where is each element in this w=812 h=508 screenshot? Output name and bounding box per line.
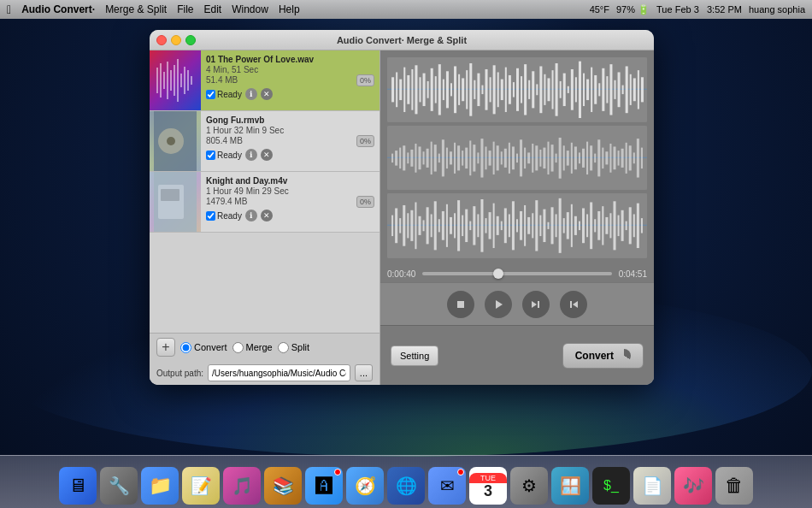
setting-button[interactable]: Setting [391,346,438,366]
svg-rect-26 [415,65,417,114]
dock-windows[interactable]: 🪟 [551,467,589,505]
file-ready-check-2[interactable] [206,151,215,160]
timeline-thumb[interactable] [493,269,503,279]
svg-rect-36 [454,66,456,113]
menubar-user: huang sophia [749,4,805,15]
title-bar: Audio Convert· Merge & Split [150,30,654,50]
dock-appstore[interactable]: 🅰 [305,467,343,505]
file-info-btn-2[interactable]: ℹ [245,149,257,161]
menubar-right: 45°F 97% 🔋 Tue Feb 3 3:52 PM huang sophi… [590,4,805,15]
menu-help[interactable]: Help [279,3,300,15]
svg-rect-51 [513,82,515,97]
timeline-slider[interactable] [422,272,611,275]
dock-docs[interactable]: 📄 [633,467,671,505]
radio-split-input[interactable] [278,342,289,353]
svg-rect-158 [407,214,409,239]
file-remove-btn-2[interactable]: ✕ [261,149,273,161]
dock-trash[interactable]: 🗑 [715,467,753,505]
dock-itunes[interactable]: 🎵 [223,467,261,505]
add-file-button[interactable]: + [156,338,175,357]
dock: 🖥 🔧 📁 📝 🎵 📚 🅰 🧭 � [0,455,812,508]
radio-merge-input[interactable] [232,342,244,353]
file-info-btn-1[interactable]: ℹ [245,88,257,100]
waveform-track-1 [387,57,647,122]
svg-rect-179 [489,212,491,239]
browse-button[interactable]: ... [355,364,373,381]
file-ready-checkbox-3[interactable]: Ready [206,211,242,221]
svg-rect-35 [450,83,452,96]
svg-rect-93 [415,144,416,173]
svg-rect-9 [184,67,185,94]
svg-rect-129 [556,153,557,162]
file-ready-checkbox-1[interactable]: Ready [206,90,242,99]
svg-rect-198 [563,218,565,233]
dock-music[interactable]: 🎶 [674,467,712,505]
dock-files[interactable]: 📁 [141,467,179,505]
file-item-1[interactable]: 01 The Power Of Love.wav 4 Min, 51 Sec 5… [150,50,380,111]
file-info-btn-3[interactable]: ℹ [245,210,257,222]
dock-terminal[interactable]: $_ [592,467,630,505]
svg-rect-44 [485,69,488,110]
file-ready-check-3[interactable] [206,211,215,221]
svg-rect-219 [457,301,464,308]
svg-rect-106 [465,147,468,168]
convert-button[interactable]: Convert [562,343,644,369]
rewind-button[interactable] [560,291,587,318]
dock-textedit[interactable]: 📝 [182,467,220,505]
dock-sysprefs[interactable]: ⚙ [510,467,548,505]
svg-rect-5 [170,70,172,91]
svg-rect-171 [457,200,460,251]
svg-rect-21 [396,72,397,107]
svg-rect-150 [637,139,639,177]
window-minimize-button[interactable] [171,35,181,45]
svg-rect-109 [477,152,479,163]
svg-rect-183 [504,209,507,244]
stop-button[interactable] [447,291,474,318]
svg-rect-48 [501,80,503,100]
dock-utilities[interactable]: 🔧 [100,467,138,505]
window-maximize-button[interactable] [185,35,196,45]
file-thumb-3 [150,172,201,232]
svg-rect-178 [485,218,487,233]
svg-rect-116 [504,148,507,167]
forward-button[interactable] [522,291,550,318]
file-ready-checkbox-2[interactable]: Ready [206,151,242,160]
svg-rect-17 [161,189,179,201]
menu-edit[interactable]: Edit [204,3,222,15]
dock-finder[interactable]: 🖥 [59,467,97,505]
svg-rect-167 [442,211,444,240]
dock-safari[interactable]: 🧭 [346,467,384,505]
dock-mail[interactable]: ✉ [428,467,466,505]
file-item-2[interactable]: Gong Fu.rmvb 1 Hour 32 Min 9 Sec 805.4 M… [150,111,380,172]
dock-globe[interactable]: 🌐 [387,467,425,505]
play-button[interactable] [485,291,512,318]
svg-rect-204 [586,215,588,238]
file-remove-btn-1[interactable]: ✕ [261,88,273,100]
radio-split[interactable]: Split [278,342,309,353]
output-path-input[interactable] [208,364,350,381]
file-remove-btn-3[interactable]: ✕ [261,210,273,222]
radio-convert-input[interactable] [180,342,191,353]
svg-rect-218 [641,218,643,233]
svg-rect-105 [462,151,463,165]
svg-rect-83 [638,70,639,109]
svg-rect-170 [454,214,456,239]
apple-menu[interactable]:  [7,3,11,16]
menu-window[interactable]: Window [232,3,268,15]
svg-rect-46 [493,65,496,114]
menu-merge-split[interactable]: Merge & Split [105,3,167,15]
menu-file[interactable]: File [177,3,193,15]
svg-rect-42 [477,74,480,106]
file-item-3[interactable]: Knight and Day.m4v 1 Hour 49 Min 29 Sec … [150,172,380,233]
dock-calendar[interactable]: TUE 3 [469,467,507,505]
file-ready-check-1[interactable] [206,90,215,99]
dock-ibooks[interactable]: 📚 [264,467,302,505]
menu-app-name[interactable]: Audio Convert· [21,3,95,15]
svg-rect-211 [613,202,615,251]
window-close-button[interactable] [156,35,167,45]
svg-rect-169 [450,217,452,234]
radio-convert[interactable]: Convert [180,342,227,353]
time-start: 0:00:40 [387,269,415,279]
svg-rect-127 [547,141,549,174]
radio-merge[interactable]: Merge [232,342,273,353]
